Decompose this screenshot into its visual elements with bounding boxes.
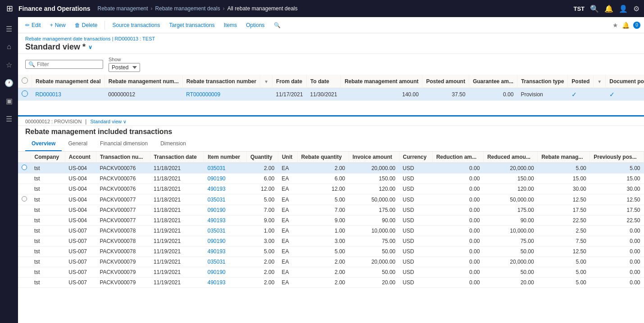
- col-guarantee[interactable]: Guarantee am...: [469, 75, 517, 88]
- lower-table-row[interactable]: tstUS-007PACKV00007911/19/20210901902.00…: [18, 267, 644, 278]
- lower-table-row[interactable]: tstUS-007PACKV00007811/19/20210350311.00…: [18, 226, 644, 236]
- lower-table-row[interactable]: tstUS-007PACKV00007911/19/20210350312.00…: [18, 257, 644, 267]
- cell-prev_pos: 17.50: [590, 205, 644, 215]
- cell-trans_num: PACKV000078: [96, 226, 150, 236]
- settings-icon-top[interactable]: ⚙: [633, 4, 639, 13]
- search-button-action[interactable]: 🔍: [270, 20, 284, 30]
- cell-trans_date: 11/18/2021: [150, 215, 204, 226]
- lower-table-row[interactable]: tstUS-004PACKV00007611/18/202149019312.0…: [18, 184, 644, 194]
- lower-table-row[interactable]: tstUS-004PACKV00007711/18/20214901939.00…: [18, 215, 644, 226]
- target-transactions-button[interactable]: Target transactions: [165, 20, 218, 30]
- col-trans-num[interactable]: Rebate transaction number: [182, 75, 260, 88]
- cell-currency: USD: [399, 247, 432, 257]
- sidebar-modules-icon[interactable]: ☰: [1, 111, 17, 127]
- col-trans-num-lower[interactable]: Transaction nu...: [96, 152, 150, 163]
- lower-table-row[interactable]: tstUS-004PACKV00007711/18/20210350315.00…: [18, 194, 644, 205]
- col-posted-amount[interactable]: Posted amount: [422, 75, 469, 88]
- row-radio[interactable]: [18, 257, 31, 267]
- lower-table-row[interactable]: tstUS-007PACKV00007811/19/20214901935.00…: [18, 247, 644, 257]
- row-radio[interactable]: [18, 236, 31, 247]
- sidebar: ☰ ⌂ ☆ 🕐 ▣ ☰: [0, 17, 18, 323]
- cell-invoice_amt: 50,000.00: [349, 194, 399, 205]
- col-from-date[interactable]: From date: [272, 75, 307, 88]
- col-item-num[interactable]: Item number: [204, 152, 247, 163]
- section2-view[interactable]: Standard view ∨: [90, 119, 127, 125]
- tab-financial-dimension[interactable]: Financial dimension: [94, 137, 154, 151]
- row-radio[interactable]: [18, 247, 31, 257]
- col-rebate-manag[interactable]: Rebate manag...: [538, 152, 590, 163]
- row-select[interactable]: [18, 88, 32, 101]
- lower-table-row[interactable]: tstUS-004PACKV00007611/18/20210350312.00…: [18, 163, 644, 174]
- cell-currency: USD: [399, 226, 432, 236]
- row-radio[interactable]: [18, 163, 31, 174]
- breadcrumb-all-deals[interactable]: All rebate management deals: [227, 5, 298, 12]
- options-button[interactable]: Options: [242, 20, 268, 30]
- sidebar-workspaces-icon[interactable]: ▣: [1, 93, 17, 109]
- col-sel-lower[interactable]: [18, 152, 31, 163]
- apps-icon[interactable]: ⊞: [5, 2, 15, 15]
- col-rebate-qty[interactable]: Rebate quantity: [297, 152, 349, 163]
- cell-company: tst: [31, 174, 65, 184]
- cell-account: US-004: [65, 163, 96, 174]
- col-invoice-amt[interactable]: Invoice amount: [349, 152, 399, 163]
- row-radio[interactable]: [18, 184, 31, 194]
- new-button[interactable]: + New: [46, 20, 69, 30]
- cell-prev_pos: 0.00: [590, 226, 644, 236]
- cell-company: tst: [31, 247, 65, 257]
- col-select-upper[interactable]: [18, 75, 32, 88]
- col-currency[interactable]: Currency: [399, 152, 432, 163]
- lower-table-row[interactable]: tstUS-007PACKV00007911/19/20214901932.00…: [18, 278, 644, 288]
- bell-icon-top[interactable]: 🔔: [604, 4, 613, 13]
- cell-unit: EA: [278, 267, 297, 278]
- col-posted[interactable]: Posted: [568, 75, 594, 88]
- breadcrumb-rebate-deals[interactable]: Rebate management deals: [155, 5, 220, 12]
- row-radio[interactable]: [18, 215, 31, 226]
- upper-table-row[interactable]: RD000013 000000012 RT000000009 11/17/202…: [18, 88, 644, 101]
- search-icon-top[interactable]: 🔍: [590, 4, 599, 13]
- col-doc-posted[interactable]: Document posted: [606, 75, 644, 88]
- col-company[interactable]: Company: [31, 152, 65, 163]
- sidebar-menu-icon[interactable]: ☰: [1, 21, 17, 37]
- lower-table-row[interactable]: tstUS-004PACKV00007711/18/20210901907.00…: [18, 205, 644, 215]
- bell-icon-action[interactable]: 🔔: [622, 22, 630, 29]
- items-button[interactable]: Items: [220, 20, 240, 30]
- source-transactions-button[interactable]: Source transactions: [109, 20, 163, 30]
- tab-general[interactable]: General: [62, 137, 94, 151]
- col-trans-date[interactable]: Transaction date: [150, 152, 204, 163]
- delete-button[interactable]: 🗑 Delete: [71, 20, 101, 30]
- col-amount[interactable]: Rebate management amount: [341, 75, 422, 88]
- show-select[interactable]: Posted All Draft: [109, 63, 140, 72]
- star-icon-action[interactable]: ★: [612, 22, 618, 29]
- filter-input[interactable]: [37, 61, 100, 67]
- row-radio[interactable]: [18, 194, 31, 205]
- col-num[interactable]: Rebate management num...: [104, 75, 182, 88]
- row-radio[interactable]: [18, 226, 31, 236]
- user-icon-top[interactable]: 👤: [619, 4, 628, 13]
- col-prev-pos[interactable]: Previously pos...: [590, 152, 644, 163]
- tab-dimension[interactable]: Dimension: [154, 137, 192, 151]
- sidebar-recent-icon[interactable]: 🕐: [1, 75, 17, 91]
- col-reduction-am[interactable]: Reduction am...: [432, 152, 483, 163]
- col-trans-type[interactable]: Transaction type: [517, 75, 567, 88]
- row-radio[interactable]: [18, 205, 31, 215]
- col-account[interactable]: Account: [65, 152, 96, 163]
- view-dropdown[interactable]: ∨: [88, 44, 92, 50]
- row-radio[interactable]: [18, 174, 31, 184]
- tab-overview[interactable]: Overview: [25, 137, 62, 151]
- col-quantity[interactable]: Quantity: [246, 152, 278, 163]
- sidebar-favorites-icon[interactable]: ☆: [1, 57, 17, 73]
- edit-button[interactable]: ✏ Edit: [22, 20, 45, 30]
- sidebar-home-icon[interactable]: ⌂: [1, 39, 17, 55]
- lower-table-row[interactable]: tstUS-007PACKV00007811/19/20210901903.00…: [18, 236, 644, 247]
- col-filter-upper[interactable]: ▼: [260, 75, 272, 88]
- col-filter2-upper[interactable]: ▼: [594, 75, 606, 88]
- col-deal[interactable]: Rebate management deal: [32, 75, 105, 88]
- col-to-date[interactable]: To date: [307, 75, 341, 88]
- col-unit[interactable]: Unit: [278, 152, 297, 163]
- lower-table-row[interactable]: tstUS-004PACKV00007611/18/20210901906.00…: [18, 174, 644, 184]
- row-radio[interactable]: [18, 267, 31, 278]
- col-reduced-am[interactable]: Reduced amou...: [483, 152, 537, 163]
- cell-prev_pos: 15.00: [590, 174, 644, 184]
- breadcrumb-rebate-management[interactable]: Rebate management: [97, 5, 148, 12]
- row-radio[interactable]: [18, 278, 31, 288]
